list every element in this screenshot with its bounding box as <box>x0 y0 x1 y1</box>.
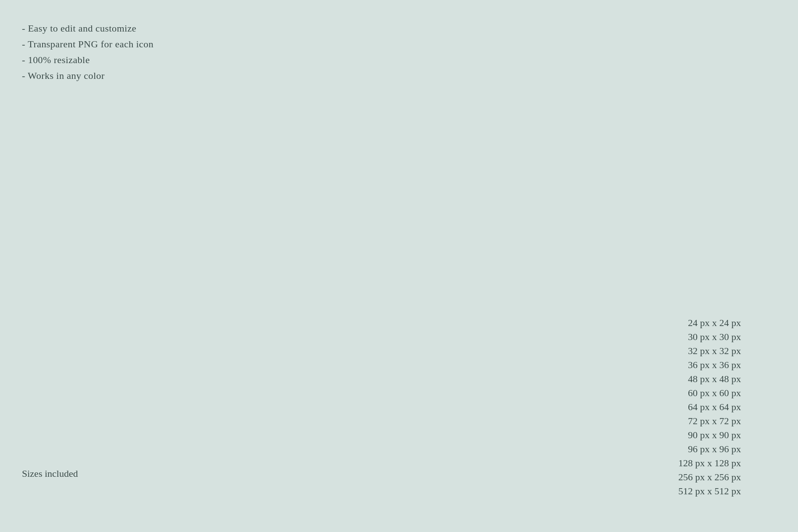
feature-item-1: - Transparent PNG for each icon <box>22 39 153 50</box>
size-item-4: 48 px x 48 px <box>688 373 741 385</box>
features-list: - Easy to edit and customize- Transparen… <box>22 23 153 82</box>
feature-item-2: - 100% resizable <box>22 54 153 66</box>
sizes-list: 24 px x 24 px30 px x 30 px32 px x 32 px3… <box>678 317 741 497</box>
size-item-5: 60 px x 60 px <box>688 387 741 399</box>
size-item-10: 128 px x 128 px <box>678 458 741 469</box>
size-item-2: 32 px x 32 px <box>688 345 741 357</box>
sizes-section: Sizes included <box>22 468 78 479</box>
size-item-12: 512 px x 512 px <box>678 486 741 497</box>
feature-item-0: - Easy to edit and customize <box>22 23 153 34</box>
size-item-0: 24 px x 24 px <box>688 317 741 329</box>
size-item-3: 36 px x 36 px <box>688 359 741 371</box>
size-item-11: 256 px x 256 px <box>678 472 741 483</box>
size-item-1: 30 px x 30 px <box>688 331 741 343</box>
feature-item-3: - Works in any color <box>22 70 153 82</box>
size-item-8: 90 px x 90 px <box>688 429 741 441</box>
sizes-label: Sizes included <box>22 468 78 479</box>
size-item-7: 72 px x 72 px <box>688 415 741 427</box>
size-item-9: 96 px x 96 px <box>688 443 741 455</box>
size-item-6: 64 px x 64 px <box>688 401 741 413</box>
